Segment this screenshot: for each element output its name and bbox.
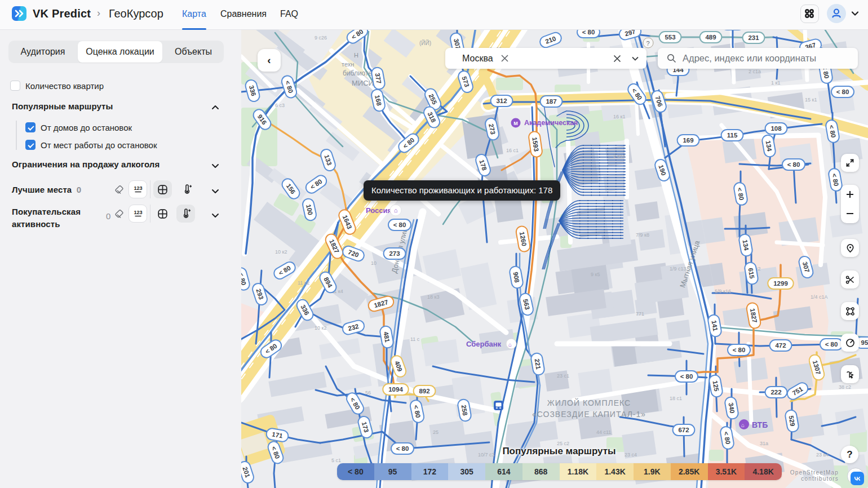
- svg-text:Н: Н: [354, 52, 358, 59]
- svg-text:18 к3: 18 к3: [427, 294, 439, 300]
- svg-text:< 80: < 80: [393, 221, 406, 228]
- svg-text:489: 489: [705, 34, 716, 41]
- svg-text:672: 672: [678, 427, 689, 433]
- svg-text:7/9 к8: 7/9 к8: [636, 232, 649, 238]
- svg-text:231: 231: [748, 34, 759, 41]
- svg-text:< 80: < 80: [680, 373, 693, 380]
- svg-text:Академическая: Академическая: [524, 119, 578, 127]
- svg-text:5 с1: 5 с1: [331, 458, 341, 463]
- svg-text:⌂: ⌂: [741, 422, 745, 428]
- svg-text:892: 892: [419, 388, 429, 394]
- svg-text:169: 169: [683, 137, 693, 144]
- svg-text:108: 108: [770, 125, 782, 132]
- svg-text:ВТБ: ВТБ: [752, 420, 768, 429]
- svg-text:5/9 к16: 5/9 к16: [715, 289, 731, 294]
- svg-text:M: M: [513, 121, 518, 126]
- svg-text:10 к2: 10 к2: [315, 325, 326, 331]
- svg-text:9 к5: 9 к5: [591, 272, 600, 277]
- svg-text:11 с: 11 с: [410, 336, 420, 342]
- svg-text:9 с26: 9 с26: [315, 35, 327, 41]
- svg-text:771: 771: [636, 311, 644, 317]
- svg-text:1094: 1094: [388, 386, 403, 393]
- svg-text:⌂: ⌂: [508, 341, 512, 348]
- svg-text:187: 187: [546, 98, 556, 105]
- svg-text:Сбербанк: Сбербанк: [466, 340, 502, 348]
- svg-text:10: 10: [371, 260, 377, 266]
- svg-text:312: 312: [496, 97, 507, 104]
- svg-text:< 80: < 80: [733, 347, 746, 353]
- svg-text:?: ?: [646, 40, 650, 47]
- svg-text:273: 273: [389, 250, 400, 257]
- svg-text:553: 553: [665, 34, 675, 41]
- svg-text:6 с3: 6 с3: [275, 103, 285, 108]
- svg-text:472: 472: [775, 342, 786, 349]
- svg-text:16 с1: 16 с1: [506, 148, 519, 153]
- svg-text:15 к1: 15 к1: [805, 97, 817, 103]
- svg-text:«СОЗВЕЗДИЕ КАПИТАЛ-1»: «СОЗВЕЗДИЕ КАПИТАЛ-1»: [532, 410, 646, 419]
- svg-text:2 к1а: 2 к1а: [613, 153, 625, 159]
- svg-text:25: 25: [433, 429, 439, 435]
- svg-text:< 80: < 80: [836, 88, 849, 95]
- svg-text:56: 56: [365, 390, 371, 396]
- svg-text:1/4 с1А: 1/4 с1А: [811, 294, 828, 300]
- svg-text:1 к1: 1 к1: [771, 80, 780, 86]
- svg-text:2 с1а: 2 с1а: [749, 69, 761, 74]
- svg-text:38 с2: 38 с2: [839, 384, 851, 390]
- svg-text:115: 115: [727, 132, 738, 139]
- svg-text:18 с1: 18 с1: [670, 396, 682, 401]
- svg-text:Россия: Россия: [366, 206, 392, 215]
- svg-text:< 80: < 80: [825, 341, 838, 348]
- svg-text:222: 222: [770, 389, 781, 396]
- svg-text:10 к2: 10 к2: [275, 249, 287, 255]
- svg-text:95: 95: [861, 339, 868, 346]
- svg-text:1299: 1299: [773, 280, 788, 287]
- svg-text:11 с2: 11 с2: [298, 280, 309, 286]
- svg-text:техн: техн: [342, 61, 354, 68]
- svg-text:(ЙЙ): (ЙЙ): [419, 39, 431, 46]
- svg-text:⌂: ⌂: [394, 207, 398, 214]
- svg-text:ЖИЛОЙ КОМПЛЕКС: ЖИЛОЙ КОМПЛЕКС: [547, 398, 631, 407]
- svg-text:1/9 с13: 1/9 с13: [670, 266, 687, 272]
- svg-text:123: 123: [134, 210, 142, 215]
- svg-text:23 с1: 23 с1: [557, 373, 569, 379]
- svg-text:123: 123: [134, 185, 142, 191]
- svg-text:44 с11: 44 с11: [596, 429, 611, 435]
- svg-text:< 80: < 80: [787, 161, 800, 168]
- svg-text:16 к1: 16 к1: [613, 114, 625, 119]
